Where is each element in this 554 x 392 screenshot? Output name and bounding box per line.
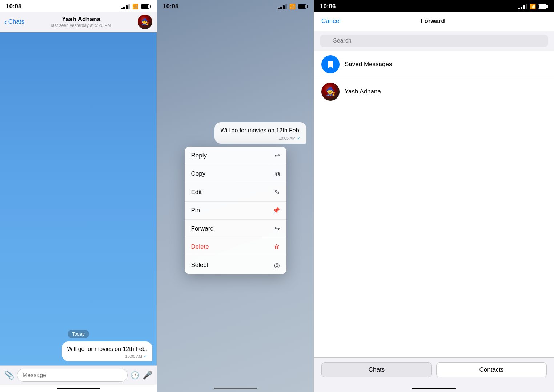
pin-icon: 📌 bbox=[273, 207, 280, 214]
status-icons-forward: 📶 bbox=[518, 4, 548, 9]
signal-bar-f2 bbox=[521, 7, 522, 9]
signal-bar-1 bbox=[121, 8, 123, 9]
battery-tip-context bbox=[307, 5, 308, 8]
search-input[interactable] bbox=[320, 35, 548, 47]
tab-contacts[interactable]: Contacts bbox=[436, 362, 547, 377]
status-bar-forward: 10:06 📶 bbox=[314, 0, 554, 12]
saved-messages-avatar bbox=[321, 55, 340, 73]
battery-body bbox=[141, 4, 149, 9]
select-label: Select bbox=[191, 261, 208, 269]
home-indicator-context bbox=[157, 385, 314, 392]
emoji-icon[interactable]: 🕐 bbox=[131, 371, 140, 380]
battery-fill-forward bbox=[539, 5, 546, 8]
forward-sheet: Cancel Forward 🔍 Saved Messages bbox=[314, 12, 554, 392]
pin-label: Pin bbox=[191, 207, 200, 214]
status-icons-context: 📶 bbox=[278, 4, 308, 9]
status-time-chat: 10:05 bbox=[6, 3, 21, 10]
home-indicator-chat bbox=[0, 385, 157, 392]
search-wrapper: 🔍 bbox=[320, 35, 548, 47]
status-time-forward: 10:06 bbox=[320, 3, 336, 10]
forward-label: Forward bbox=[191, 225, 214, 232]
back-button[interactable]: ‹ Chats bbox=[4, 18, 24, 26]
signal-bar-2 bbox=[123, 7, 125, 9]
delete-icon: 🗑 bbox=[274, 244, 280, 250]
edit-icon: ✎ bbox=[274, 188, 280, 196]
preview-text: Will go for movies on 12th Feb. bbox=[220, 127, 301, 135]
status-bar-context: 10:05 📶 bbox=[157, 0, 314, 12]
nav-center: Yash Adhana last seen yesterday at 5:26 … bbox=[51, 16, 111, 28]
battery-icon-forward bbox=[538, 4, 548, 9]
context-panel: 10:05 📶 Will go for movies on 12th Feb. bbox=[157, 0, 314, 392]
context-item-copy[interactable]: Copy ⧉ bbox=[185, 165, 286, 183]
message-check-icon: ✓ bbox=[144, 354, 147, 359]
copy-label: Copy bbox=[191, 170, 206, 177]
context-item-pin[interactable]: Pin 📌 bbox=[185, 202, 286, 220]
back-label[interactable]: Chats bbox=[8, 18, 24, 25]
context-menu: Reply ↩ Copy ⧉ Edit ✎ Pin 📌 Forward ↪ De… bbox=[185, 147, 286, 274]
signal-bar-c3 bbox=[283, 5, 285, 9]
signal-bar-f4 bbox=[526, 4, 527, 9]
battery-fill-context bbox=[298, 5, 305, 8]
message-preview-context: Will go for movies on 12th Feb. 10:05 AM… bbox=[214, 122, 306, 143]
forward-contacts-list: Saved Messages 🧙 Yash Adhana bbox=[314, 51, 554, 357]
wifi-icon-forward: 📶 bbox=[530, 4, 536, 9]
bookmark-icon bbox=[325, 59, 336, 69]
forward-title: Forward bbox=[421, 17, 445, 25]
signal-bar-4 bbox=[128, 4, 130, 9]
avatar-image: 🧙 bbox=[138, 15, 152, 29]
home-indicator-forward bbox=[314, 385, 554, 392]
saved-messages-name: Saved Messages bbox=[345, 61, 392, 68]
date-badge: Today bbox=[4, 331, 152, 337]
nav-bar-chat: ‹ Chats Yash Adhana last seen yesterday … bbox=[0, 12, 157, 32]
signal-bar-c2 bbox=[280, 7, 282, 9]
context-item-reply[interactable]: Reply ↩ bbox=[185, 147, 286, 165]
home-bar bbox=[57, 388, 100, 389]
delete-label: Delete bbox=[191, 243, 209, 251]
contact-name: Yash Adhana bbox=[62, 16, 100, 23]
contact-avatar-chat[interactable]: 🧙 bbox=[138, 15, 152, 29]
copy-icon: ⧉ bbox=[275, 170, 280, 178]
attach-icon[interactable]: 📎 bbox=[4, 371, 14, 380]
message-bubble[interactable]: Will go for movies on 12th Feb. 10:05 AM… bbox=[62, 341, 152, 361]
signal-bar-c4 bbox=[285, 4, 287, 9]
wifi-icon: 📶 bbox=[132, 4, 138, 9]
contact-yash-avatar: 🧙 bbox=[321, 83, 340, 101]
cancel-button[interactable]: Cancel bbox=[321, 17, 341, 25]
message-text: Will go for movies on 12th Feb. bbox=[67, 345, 147, 353]
battery-icon-context bbox=[298, 4, 308, 9]
edit-label: Edit bbox=[191, 189, 202, 196]
context-content: Will go for movies on 12th Feb. 10:05 AM… bbox=[157, 12, 314, 385]
contact-yash-name: Yash Adhana bbox=[345, 88, 381, 95]
message-input[interactable] bbox=[17, 369, 128, 382]
status-bar-chat: 10:05 📶 bbox=[0, 0, 157, 12]
home-bar-context bbox=[214, 388, 257, 389]
context-item-forward[interactable]: Forward ↪ bbox=[185, 220, 286, 238]
contact-yash-item[interactable]: 🧙 Yash Adhana bbox=[314, 78, 554, 105]
battery-body-context bbox=[298, 4, 306, 9]
signal-bar-c1 bbox=[278, 8, 280, 9]
tab-chats[interactable]: Chats bbox=[321, 362, 432, 377]
wifi-icon-context: 📶 bbox=[289, 4, 296, 9]
saved-messages-item[interactable]: Saved Messages bbox=[314, 51, 554, 78]
signal-bar-3 bbox=[126, 5, 128, 9]
input-bar: 📎 🕐 🎤 bbox=[0, 365, 157, 385]
signal-icon bbox=[121, 4, 130, 9]
battery-icon bbox=[141, 4, 151, 9]
message-time: 10:05 AM bbox=[125, 354, 142, 359]
mic-icon[interactable]: 🎤 bbox=[142, 371, 152, 380]
signal-bar-f3 bbox=[523, 5, 525, 9]
preview-check-icon: ✓ bbox=[297, 136, 301, 141]
forward-icon: ↪ bbox=[274, 225, 280, 233]
forward-header: Cancel Forward bbox=[314, 12, 554, 31]
forward-search-bar: 🔍 bbox=[314, 31, 554, 51]
signal-bar-f1 bbox=[518, 8, 520, 9]
home-bar-forward bbox=[412, 388, 456, 389]
context-item-edit[interactable]: Edit ✎ bbox=[185, 183, 286, 202]
signal-icon-forward bbox=[518, 4, 527, 9]
preview-meta: 10:05 AM ✓ bbox=[220, 136, 301, 141]
context-item-delete[interactable]: Delete 🗑 bbox=[185, 238, 286, 256]
signal-icon-context bbox=[278, 4, 287, 9]
battery-body-forward bbox=[538, 4, 547, 9]
context-item-select[interactable]: Select ◎ bbox=[185, 256, 286, 274]
reply-icon: ↩ bbox=[274, 152, 280, 160]
